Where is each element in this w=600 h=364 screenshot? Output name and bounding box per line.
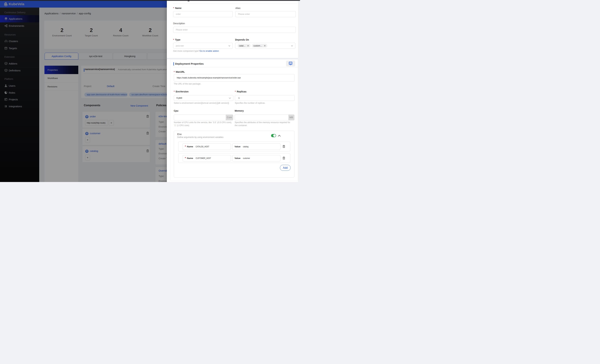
svg-text:</>: </> xyxy=(290,63,291,64)
